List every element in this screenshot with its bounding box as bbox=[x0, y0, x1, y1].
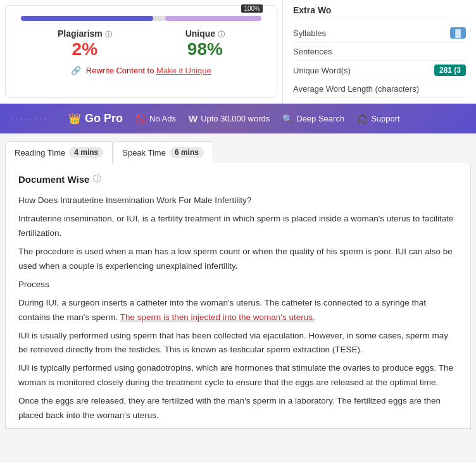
banner-dots: ········· bbox=[10, 111, 53, 126]
metric-avg-word-length: Average Word Length (characters) bbox=[293, 80, 466, 98]
document-info-icon[interactable]: ⓘ bbox=[93, 173, 101, 185]
syllables-label: Syllables bbox=[293, 28, 326, 38]
document-content: How Does Intrauterine Insemination Work … bbox=[18, 194, 458, 429]
rewrite-anchor[interactable]: 🔗 Rewrite Content to Make it Unique bbox=[71, 66, 211, 75]
go-pro-label: Go Pro bbox=[85, 112, 123, 125]
sentences-label: Sentences bbox=[293, 47, 332, 56]
go-pro-logo[interactable]: 👑 Go Pro bbox=[68, 112, 123, 125]
para-1: How Does Intrauterine Insemination Work … bbox=[18, 194, 458, 208]
progress-fill bbox=[21, 16, 153, 21]
no-ads-icon: 🚫 bbox=[135, 114, 146, 124]
crown-icon: 👑 bbox=[68, 113, 81, 125]
no-ads-label: No Ads bbox=[149, 114, 176, 123]
deep-search-icon: 🔍 bbox=[282, 114, 293, 124]
progress-bar: 100% bbox=[21, 16, 261, 21]
feature-support: 🎧 Support bbox=[357, 114, 400, 124]
percent-badge: 100% bbox=[241, 4, 263, 13]
avg-word-length-label: Average Word Length (characters) bbox=[293, 84, 419, 94]
para-6: IUI is usually performed using sperm tha… bbox=[18, 329, 458, 358]
support-icon: 🎧 bbox=[357, 114, 368, 124]
highlighted-sentence: The sperm is then injected into the woma… bbox=[120, 312, 315, 322]
para-4: Process bbox=[18, 278, 458, 292]
feature-no-ads: 🚫 No Ads bbox=[135, 114, 176, 124]
plagiarism-info-icon[interactable]: ⓘ bbox=[105, 30, 112, 38]
metric-sentences: Sentences bbox=[293, 43, 466, 61]
unique-words-label: Unique Word(s) bbox=[293, 66, 351, 75]
document-section: Document Wise ⓘ How Does Intrauterine In… bbox=[5, 163, 471, 429]
unique-info-icon[interactable]: ⓘ bbox=[218, 30, 225, 38]
feature-words: W Upto 30,000 words bbox=[189, 113, 270, 124]
metric-syllables: Syllables ▓ bbox=[293, 23, 466, 43]
speak-time-tab[interactable]: Speak Time 6 mins bbox=[113, 141, 213, 163]
words-icon: W bbox=[189, 113, 197, 124]
speak-time-label: Speak Time bbox=[122, 148, 166, 157]
para-7: IUI is typically performed using gonadot… bbox=[18, 361, 458, 390]
support-label: Support bbox=[371, 114, 400, 123]
para-2: Intrauterine insemination, or IUI, is a … bbox=[18, 212, 458, 241]
para-5: During IUI, a surgeon inserts a catheter… bbox=[18, 296, 458, 325]
document-header: Document Wise ⓘ bbox=[18, 173, 458, 185]
link-icon: 🔗 bbox=[71, 66, 81, 75]
plagiarism-stat: Plagiarism ⓘ 2% bbox=[58, 28, 112, 59]
para-8: Once the eggs are released, they are fer… bbox=[18, 394, 458, 423]
plagiarism-panel: 100% Plagiarism ⓘ 2% Unique ⓘ 98% 🔗 bbox=[5, 5, 277, 98]
plagiarism-label: Plagiarism ⓘ bbox=[58, 28, 112, 39]
reading-time-label: Reading Time bbox=[15, 148, 65, 157]
words-label: Upto 30,000 words bbox=[201, 114, 270, 123]
stats-row: Plagiarism ⓘ 2% Unique ⓘ 98% bbox=[21, 28, 261, 59]
document-title: Document Wise bbox=[18, 174, 89, 185]
para-9: IUI is a relatively simple and low-risk … bbox=[18, 427, 458, 429]
right-panel: Extra Wo Syllables ▓ Sentences Unique Wo… bbox=[282, 0, 476, 103]
deep-search-label: Deep Search bbox=[296, 114, 344, 123]
feature-deep-search: 🔍 Deep Search bbox=[282, 114, 344, 124]
plagiarism-value: 2% bbox=[58, 39, 112, 59]
unique-words-badge: 281 (3 bbox=[434, 65, 466, 76]
speak-time-value: 6 mins bbox=[170, 147, 204, 158]
reading-time-tab[interactable]: Reading Time 4 mins bbox=[5, 141, 113, 163]
progress-right bbox=[165, 16, 261, 21]
reading-time-value: 4 mins bbox=[69, 147, 103, 158]
para-3: The procedure is used when a man has a l… bbox=[18, 245, 458, 274]
go-pro-banner[interactable]: ········· 👑 Go Pro 🚫 No Ads W Upto 30,00… bbox=[0, 104, 476, 133]
syllables-badge: ▓ bbox=[450, 27, 466, 39]
unique-label: Unique ⓘ bbox=[185, 28, 225, 39]
time-tabs: Reading Time 4 mins Speak Time 6 mins bbox=[0, 133, 476, 163]
metric-unique-words: Unique Word(s) 281 (3 bbox=[293, 61, 466, 80]
right-panel-title: Extra Wo bbox=[293, 5, 466, 18]
unique-value: 98% bbox=[185, 39, 225, 59]
unique-stat: Unique ⓘ 98% bbox=[185, 28, 225, 59]
rewrite-link[interactable]: 🔗 Rewrite Content to Make it Unique bbox=[21, 65, 261, 76]
make-unique-text[interactable]: Make it Unique bbox=[156, 66, 211, 75]
